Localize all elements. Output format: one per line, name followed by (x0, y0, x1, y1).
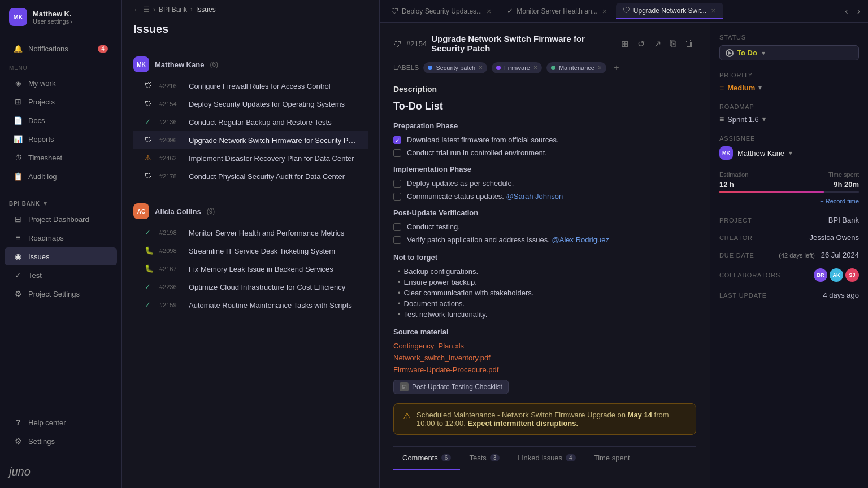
delete-button[interactable]: 🗑 (683, 36, 696, 51)
bullet-item-1: Backup configurations. (398, 267, 696, 276)
issue-row-2159[interactable]: #2159 Automate Routine Maintenance Tasks… (133, 296, 368, 314)
sidebar-item-timesheet[interactable]: Timesheet (5, 149, 117, 167)
priority-badge[interactable]: ≡ Medium ▾ (719, 83, 859, 92)
issue-row-2096[interactable]: #2096 Upgrade Network Switch Firmware fo… (133, 131, 368, 149)
status-badge[interactable]: ▶ To Do ▾ (719, 45, 859, 60)
breadcrumb-chevron: › (153, 6, 155, 14)
checkbox-1[interactable]: ✓ (393, 136, 401, 144)
issue-id-2236: #2236 (159, 284, 183, 290)
issue-row-2236[interactable]: #2236 Optimize Cloud Infrastructure for … (133, 278, 368, 296)
estimation-label: Estimation (719, 171, 748, 178)
file-link-3[interactable]: Firmware-Update-Procedure.pdf (393, 365, 696, 374)
label-remove-firmware[interactable]: × (533, 64, 537, 72)
issue-row-2098[interactable]: #2098 Streamline IT Service Desk Ticketi… (133, 242, 368, 260)
checkbox-2[interactable] (393, 149, 401, 157)
refresh-button[interactable]: ↺ (635, 36, 647, 51)
sidebar-item-notifications[interactable]: Notifications 4 (5, 40, 117, 58)
user-settings-link[interactable]: User settings › (33, 18, 72, 25)
estimation-field: Estimation 12 h Time spent 9h 20m + Reco… (719, 171, 859, 204)
issue-id-2167: #2167 (159, 265, 183, 272)
file-link-2[interactable]: Network_switch_inventory.pdf (393, 354, 696, 362)
time-spent-value: 9h 20m (828, 180, 859, 189)
issue-id-2198: #2198 (159, 229, 183, 236)
sidebar-item-help-center[interactable]: Help center (5, 413, 117, 432)
docs-icon (14, 116, 23, 125)
user-profile[interactable]: MK Matthew K. User settings › (0, 0, 121, 34)
share-button[interactable]: ↗ (652, 36, 663, 51)
sidebar-item-projects[interactable]: Projects (5, 93, 117, 111)
roadmap-badge[interactable]: ≡ Sprint 1.6 ▾ (719, 115, 859, 124)
issue-row-2216[interactable]: #2216 Configure Firewall Rules for Acces… (133, 77, 368, 95)
checkbox-4[interactable] (393, 193, 401, 201)
sidebar-item-my-work[interactable]: My work (5, 74, 117, 92)
tab-deploy-label: Deploy Security Updates... (402, 7, 482, 15)
tab-deploy-close[interactable]: × (485, 7, 492, 15)
issue-row-2167[interactable]: #2167 Fix Memory Leak Issue in Backend S… (133, 260, 368, 278)
workspace-label: BPI BANK (9, 201, 40, 207)
sidebar-item-docs[interactable]: Docs (5, 111, 117, 129)
issues-panel: ← ☰ › BPI Bank › Issues Issues MK Matthe… (122, 0, 380, 488)
status-chevron: ▾ (762, 49, 765, 57)
checkbox-6[interactable] (393, 236, 401, 244)
sidebar-item-project-dashboard[interactable]: Project Dashboard (5, 210, 117, 228)
tab-tests-count: 3 (490, 454, 500, 461)
bullet-item-4: Document actions. (398, 299, 696, 308)
label-remove-security[interactable]: × (479, 64, 483, 72)
priority-chevron: ▾ (758, 84, 762, 91)
tab-time-spent[interactable]: Time spent (585, 447, 639, 470)
file-link-1[interactable]: Contingency_Plan.xls (393, 342, 696, 350)
settings-icon (14, 437, 23, 446)
label-text-firmware: Firmware (504, 64, 530, 71)
check-icon-2136 (145, 117, 154, 127)
issue-row-2136[interactable]: #2136 Conduct Regular Backup and Restore… (133, 113, 368, 131)
notification-badge: 4 (98, 45, 108, 53)
sidebar-item-roadmaps[interactable]: Roadmaps (5, 229, 117, 247)
check-icon-2198 (145, 228, 154, 237)
breadcrumb-workspace[interactable]: BPI Bank (159, 6, 187, 14)
checkbox-5[interactable] (393, 223, 401, 231)
tab-upgrade-close[interactable]: × (710, 7, 717, 15)
issue-row-2198[interactable]: #2198 Monitor Server Health and Performa… (133, 224, 368, 242)
roadmap-icon (14, 233, 23, 242)
issue-row-2462[interactable]: #2462 Implement Disaster Recovery Plan f… (133, 149, 368, 167)
sidebar-item-settings[interactable]: Settings (5, 432, 117, 450)
checklist-badge[interactable]: ☑ Post-Update Testing Checklist (393, 380, 509, 394)
label-firmware[interactable]: Firmware × (492, 62, 542, 73)
roadmap-chevron: ▾ (762, 115, 766, 123)
sidebar-item-audit-log[interactable]: Audit log (5, 167, 117, 185)
sidebar-item-issues[interactable]: Issues (5, 247, 117, 265)
tab-deploy[interactable]: 🛡 Deploy Security Updates... × (384, 3, 499, 19)
issue-row-2178[interactable]: #2178 Conduct Physical Security Audit fo… (133, 167, 368, 185)
copy-button[interactable]: ⎘ (668, 36, 678, 51)
label-security-patch[interactable]: Security patch × (423, 62, 487, 73)
time-bar-fill (719, 191, 824, 193)
checklist-item-6: Verify patch application and address iss… (393, 236, 696, 244)
tab-tests-label: Tests (469, 454, 486, 462)
tab-next-button[interactable]: › (854, 4, 863, 19)
checkbox-3[interactable] (393, 180, 401, 188)
layout-button[interactable]: ⊞ (619, 36, 631, 51)
tab-linked-issues[interactable]: Linked issues 4 (509, 447, 584, 470)
checklist-text-2: Conduct trial run in controlled environm… (407, 149, 547, 157)
label-remove-maintenance[interactable]: × (598, 64, 602, 72)
tab-prev-button[interactable]: ‹ (841, 4, 851, 19)
sidebar-item-test[interactable]: Test (5, 266, 117, 284)
label-add-button[interactable]: + (611, 62, 622, 73)
tab-upgrade[interactable]: 🛡 Upgrade Network Swit... × (616, 3, 724, 19)
label-text-security: Security patch (436, 64, 475, 71)
tab-monitor[interactable]: ✓ Monitor Server Health an... × (500, 3, 615, 19)
menu-section-label: MENU (0, 58, 121, 73)
issue-row-2154[interactable]: #2154 Deploy Security Updates for Operat… (133, 95, 368, 113)
record-time-button[interactable]: + Record time (719, 198, 859, 204)
sidebar-item-reports[interactable]: Reports (5, 130, 117, 148)
tab-comments[interactable]: Comments 6 (393, 447, 460, 470)
tab-monitor-close[interactable]: × (601, 7, 608, 15)
assignee-badge[interactable]: MK Matthew Kane ▾ (719, 146, 859, 160)
sidebar-item-project-settings[interactable]: Project Settings (5, 285, 117, 303)
roadmap-value: Sprint 1.6 (727, 115, 759, 124)
label-maintenance[interactable]: Maintenance × (546, 62, 606, 73)
tab-tests[interactable]: Tests 3 (460, 447, 509, 470)
breadcrumb-back[interactable]: ← (133, 6, 140, 14)
priority-label: PRIORITY (719, 72, 859, 79)
description-section: Description To-Do List Preparation Phase… (393, 85, 696, 435)
